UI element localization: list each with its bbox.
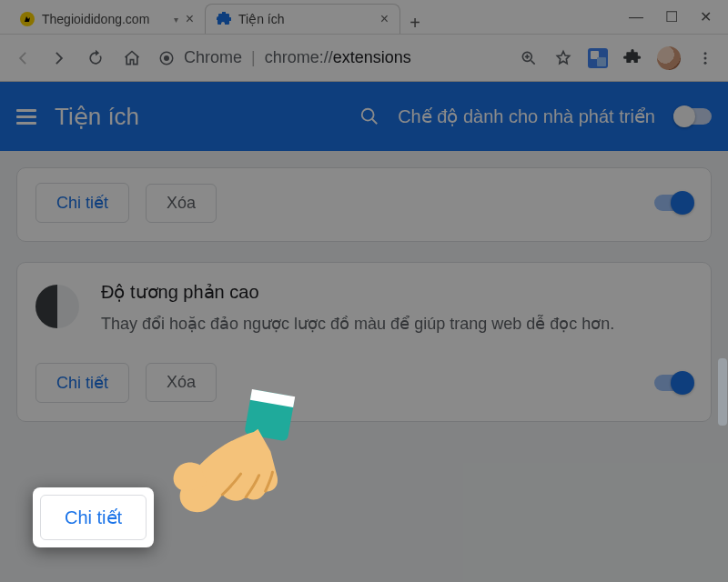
- details-button[interactable]: Chi tiết: [40, 495, 147, 540]
- extension-name: Độ tương phản cao: [101, 281, 693, 303]
- developer-mode-toggle[interactable]: [673, 108, 712, 125]
- back-button[interactable]: [13, 48, 33, 68]
- omnibox[interactable]: Chrome | chrome://extensions: [158, 48, 502, 67]
- extension-card-high-contrast: Độ tương phản cao Thay đổi hoặc đảo ngượ…: [16, 262, 712, 422]
- tab-title: Tiện ích: [238, 12, 373, 26]
- new-tab-button[interactable]: +: [400, 13, 430, 34]
- reload-button[interactable]: [86, 48, 106, 68]
- page-title: Tiện ích: [55, 103, 139, 131]
- extension-toggle[interactable]: [654, 195, 693, 211]
- close-window-button[interactable]: ✕: [700, 8, 712, 25]
- favicon-tgdd: [20, 12, 35, 26]
- extension-toggle[interactable]: [654, 375, 693, 391]
- search-icon[interactable]: [359, 106, 379, 126]
- maximize-button[interactable]: ☐: [665, 8, 678, 25]
- svg-point-4: [704, 52, 707, 55]
- developer-mode-label: Chế độ dành cho nhà phát triển: [398, 105, 655, 127]
- scrollbar-thumb[interactable]: [718, 358, 727, 426]
- extension-description: Thay đổi hoặc đảo ngược lược đồ màu để g…: [101, 312, 693, 337]
- details-button[interactable]: Chi tiết: [35, 183, 129, 223]
- tab-thegioididong[interactable]: Thegioididong.com ▾ ×: [9, 5, 205, 34]
- forward-button[interactable]: [49, 48, 69, 68]
- extension-card-1: Chi tiết Xóa: [16, 167, 712, 242]
- svg-point-7: [362, 109, 374, 121]
- svg-point-2: [164, 55, 169, 61]
- remove-button[interactable]: Xóa: [146, 184, 217, 223]
- extensions-header: Tiện ích Chế độ dành cho nhà phát triển: [0, 82, 728, 151]
- tab-audio-icon: ▾: [174, 15, 178, 25]
- toolbar: Chrome | chrome://extensions: [0, 35, 728, 82]
- minimize-button[interactable]: —: [629, 9, 643, 25]
- tab-close-icon[interactable]: ×: [380, 12, 389, 26]
- svg-point-5: [704, 56, 707, 59]
- bookmark-star-icon[interactable]: [553, 48, 573, 68]
- tab-strip: Thegioididong.com ▾ × Tiện ích × +: [0, 0, 612, 34]
- zoom-icon[interactable]: [519, 48, 539, 68]
- menu-icon[interactable]: [16, 109, 36, 125]
- details-button[interactable]: Chi tiết: [35, 363, 129, 403]
- profile-avatar[interactable]: [657, 46, 681, 70]
- url-separator: |: [251, 48, 256, 67]
- window-controls: — ☐ ✕: [612, 0, 728, 34]
- extensions-puzzle-icon[interactable]: [622, 48, 642, 68]
- highlighted-details-button[interactable]: Chi tiết: [33, 487, 154, 547]
- remove-button[interactable]: Xóa: [146, 363, 217, 402]
- site-info-icon[interactable]: [158, 50, 175, 66]
- url-text: chrome://extensions: [265, 48, 411, 67]
- window-titlebar: Thegioididong.com ▾ × Tiện ích × + — ☐ ✕: [0, 0, 728, 35]
- tab-title: Thegioididong.com: [42, 12, 167, 26]
- high-contrast-icon: [35, 285, 79, 328]
- kebab-menu-icon[interactable]: [695, 48, 715, 68]
- home-button[interactable]: [122, 48, 142, 68]
- favicon-extensions: [217, 12, 231, 26]
- google-translate-icon[interactable]: [588, 48, 608, 68]
- url-prefix: Chrome: [184, 48, 242, 67]
- svg-point-6: [704, 61, 707, 64]
- tab-close-icon[interactable]: ×: [186, 12, 194, 26]
- tab-extensions[interactable]: Tiện ích ×: [205, 4, 400, 34]
